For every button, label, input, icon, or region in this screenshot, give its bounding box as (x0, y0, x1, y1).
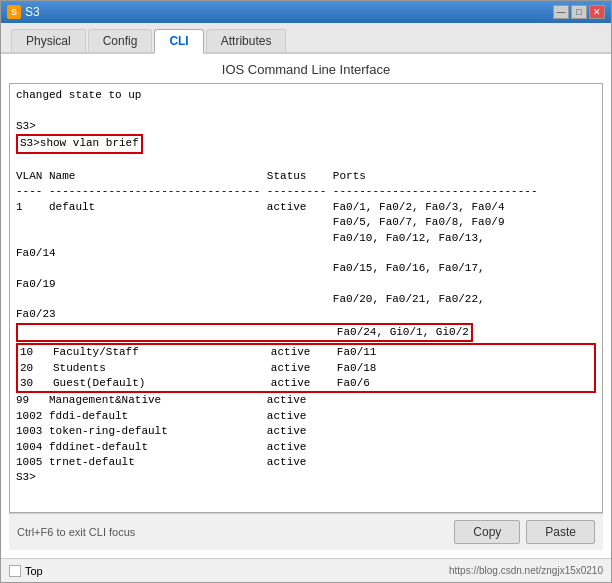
copy-button[interactable]: Copy (454, 520, 520, 544)
main-window: S S3 — □ ✕ Physical Config CLI Attribute… (0, 0, 612, 583)
maximize-button[interactable]: □ (571, 5, 587, 19)
highlighted-command: S3>show vlan brief (16, 134, 143, 153)
status-url: https://blog.csdn.net/zngjx15x0210 (449, 565, 603, 576)
tab-config[interactable]: Config (88, 29, 153, 52)
cli-hint: Ctrl+F6 to exit CLI focus (17, 526, 135, 538)
main-content: IOS Command Line Interface changed state… (1, 54, 611, 558)
top-checkbox[interactable] (9, 565, 21, 577)
window-controls: — □ ✕ (553, 5, 605, 19)
highlighted-vlans: 10 Faculty/Staff active Fa0/11 20 Studen… (16, 343, 596, 393)
status-left: Top (9, 565, 43, 577)
minimize-button[interactable]: — (553, 5, 569, 19)
cli-output: changed state to up S3> S3>show vlan bri… (16, 88, 596, 486)
top-label: Top (25, 565, 43, 577)
tab-bar: Physical Config CLI Attributes (1, 23, 611, 54)
section-title: IOS Command Line Interface (9, 62, 603, 77)
app-icon: S (7, 5, 21, 19)
close-button[interactable]: ✕ (589, 5, 605, 19)
status-bar: Top https://blog.csdn.net/zngjx15x0210 (1, 558, 611, 582)
tab-attributes[interactable]: Attributes (206, 29, 287, 52)
action-buttons: Copy Paste (454, 520, 595, 544)
title-bar-left: S S3 (7, 5, 40, 19)
paste-button[interactable]: Paste (526, 520, 595, 544)
title-bar: S S3 — □ ✕ (1, 1, 611, 23)
tab-cli[interactable]: CLI (154, 29, 203, 54)
cli-terminal[interactable]: changed state to up S3> S3>show vlan bri… (9, 83, 603, 513)
highlighted-last-row: Fa0/24, Gi0/1, Gi0/2 (16, 323, 473, 342)
window-title: S3 (25, 5, 40, 19)
tab-physical[interactable]: Physical (11, 29, 86, 52)
bottom-bar: Ctrl+F6 to exit CLI focus Copy Paste (9, 513, 603, 550)
